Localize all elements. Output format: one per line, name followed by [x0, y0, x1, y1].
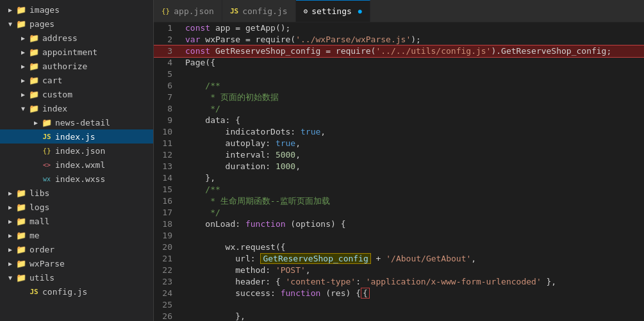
line-number: 17 [154, 207, 183, 218]
folder-icon: 📁 [15, 5, 27, 15]
json-tab-icon: {} [161, 7, 170, 15]
code-line-15: 15 /** [154, 184, 644, 195]
code-line-2: 2 var wxParse = require('../wxParse/wxPa… [154, 34, 644, 45]
arrow-icon: ▼ [18, 105, 28, 112]
wxss-file-icon: wx [41, 176, 53, 183]
sidebar-item-custom[interactable]: ▶ 📁 custom [0, 87, 153, 101]
folder-icon: 📁 [28, 33, 40, 43]
sidebar-item-index-wxss[interactable]: wx index.wxss [0, 172, 153, 186]
code-line-14: 14 }, [154, 172, 644, 184]
line-content: * 生命周期函数--监听页面加载 [183, 195, 644, 207]
code-line-1: 1 const app = getApp(); [154, 22, 644, 34]
tab-label: app.json [174, 6, 214, 16]
line-content: interval: 5000, [183, 149, 644, 161]
sidebar-item-label: logs [29, 202, 49, 212]
arrow-icon: ▶ [18, 63, 28, 70]
sidebar-item-index-wxml[interactable]: <> index.wxml [0, 158, 153, 172]
sidebar-item-label: pages [29, 19, 54, 29]
sidebar-item-authorize[interactable]: ▶ 📁 authorize [0, 59, 153, 73]
sidebar-item-label: index.wxml [55, 160, 105, 170]
code-line-3: 3 const GetReserveShop_config = require(… [154, 45, 644, 57]
line-content: var wxParse = require('../wxParse/wxPars… [183, 34, 644, 45]
tab-label: config.js [242, 6, 287, 16]
folder-icon: 📁 [15, 273, 27, 283]
code-line-10: 10 indicatorDots: true, [154, 126, 644, 138]
arrow-icon: ▶ [18, 77, 28, 84]
sidebar-item-logs[interactable]: ▶ 📁 logs [0, 200, 153, 214]
sidebar-item-label: cart [42, 76, 62, 85]
code-line-23: 23 header: { 'content-type': 'applicatio… [154, 276, 644, 288]
sidebar-item-index-json[interactable]: {} index.json [0, 144, 153, 158]
wxml-file-icon: <> [41, 161, 53, 169]
tab-configjs[interactable]: JS config.js [222, 0, 296, 22]
sidebar-item-index[interactable]: ▼ 📁 index [0, 101, 153, 115]
line-number: 2 [154, 34, 183, 45]
sidebar-item-label: mall [29, 217, 49, 226]
sidebar-item-wxparse[interactable]: ▶ 📁 wxParse [0, 256, 153, 270]
arrow-icon: ▼ [5, 274, 15, 281]
line-number: 3 [154, 45, 183, 57]
line-content [183, 299, 644, 311]
sidebar-item-label: appointment [42, 47, 97, 57]
sidebar-item-config-js[interactable]: JS config.js [0, 284, 153, 299]
line-content: method: 'POST', [183, 265, 644, 276]
arrow-icon: ▶ [18, 91, 28, 98]
line-number: 19 [154, 230, 183, 242]
sidebar-item-index-js[interactable]: JS index.js [0, 129, 153, 144]
arrow-icon: ▶ [5, 190, 15, 197]
sidebar-item-images[interactable]: ▶ 📁 images [0, 3, 153, 17]
line-content: url: GetReserveShop_config + '/About/Get… [183, 253, 644, 265]
folder-icon: 📁 [28, 62, 40, 71]
sidebar-item-pages[interactable]: ▼ 📁 pages [0, 17, 153, 31]
line-content: const GetReserveShop_config = require('.… [183, 45, 644, 57]
line-number: 12 [154, 149, 183, 161]
arrow-icon: ▶ [5, 246, 15, 253]
tab-appjson[interactable]: {} app.json [154, 0, 222, 22]
sidebar-item-order[interactable]: ▶ 📁 order [0, 242, 153, 256]
line-number: 23 [154, 276, 183, 288]
line-number: 20 [154, 242, 183, 253]
sidebar-item-label: order [29, 245, 54, 254]
sidebar-item-address[interactable]: ▶ 📁 address [0, 31, 153, 45]
line-content: /** [183, 80, 644, 92]
folder-icon: 📁 [28, 76, 40, 85]
line-number: 18 [154, 218, 183, 230]
line-number: 14 [154, 172, 183, 184]
code-line-18: 18 onLoad: function (options) { [154, 218, 644, 230]
sidebar-item-mall[interactable]: ▶ 📁 mall [0, 214, 153, 228]
sidebar-item-libs[interactable]: ▶ 📁 libs [0, 186, 153, 200]
line-number: 11 [154, 138, 183, 149]
line-content: wx.request({ [183, 242, 644, 253]
tab-label: settings [311, 6, 352, 16]
settings-tab-icon: ⚙ [304, 7, 308, 15]
folder-icon: 📁 [28, 104, 40, 113]
line-content: onLoad: function (options) { [183, 218, 644, 230]
sidebar-item-label: authorize [42, 62, 87, 71]
code-content: 1 const app = getApp(); 2 var wxParse = … [154, 22, 644, 321]
arrow-icon: ▶ [5, 204, 15, 211]
code-line-11: 11 autoplay: true, [154, 138, 644, 149]
folder-icon: 📁 [15, 19, 27, 29]
line-content: */ [183, 103, 644, 115]
code-line-19: 19 [154, 230, 644, 242]
sidebar-item-news-detail[interactable]: ▶ 📁 news-detail [0, 115, 153, 129]
code-line-16: 16 * 生命周期函数--监听页面加载 [154, 195, 644, 207]
sidebar-item-cart[interactable]: ▶ 📁 cart [0, 73, 153, 87]
line-content [183, 230, 644, 242]
sidebar-item-utils[interactable]: ▼ 📁 utils [0, 270, 153, 284]
code-line-4: 4 Page({ [154, 57, 644, 69]
line-number: 4 [154, 57, 183, 69]
folder-icon: 📁 [28, 90, 40, 99]
js-file-icon: JS [28, 288, 40, 296]
code-line-5: 5 [154, 69, 644, 80]
folder-icon: 📁 [15, 245, 27, 254]
sidebar-item-me[interactable]: ▶ 📁 me [0, 228, 153, 242]
sidebar-item-appointment[interactable]: ▶ 📁 appointment [0, 45, 153, 59]
line-content: const app = getApp(); [183, 22, 644, 34]
arrow-icon: ▶ [18, 35, 28, 42]
tab-settings[interactable]: ⚙ settings ● [296, 0, 370, 22]
folder-icon: 📁 [15, 188, 27, 198]
code-line-6: 6 /** [154, 80, 644, 92]
code-line-8: 8 */ [154, 103, 644, 115]
code-editor: {} app.json JS config.js ⚙ settings ● 1 … [154, 0, 644, 321]
